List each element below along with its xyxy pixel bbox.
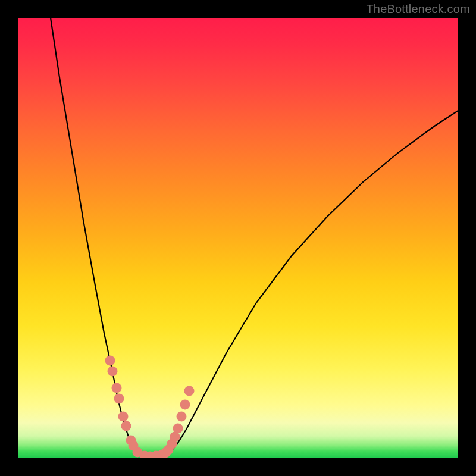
plot-area	[18, 18, 458, 458]
data-point	[173, 424, 183, 434]
data-point	[177, 412, 187, 422]
data-point	[184, 386, 195, 396]
watermark-text: TheBottleneck.com	[366, 2, 470, 16]
data-point	[180, 400, 190, 410]
outer-frame: TheBottleneck.com	[0, 0, 476, 476]
curve-group	[51, 18, 458, 457]
bottleneck-curve	[51, 18, 458, 457]
dots-group	[105, 356, 195, 459]
data-point	[105, 356, 115, 366]
data-point	[121, 421, 131, 431]
data-point	[114, 394, 124, 404]
chart-svg	[18, 18, 458, 458]
data-point	[118, 412, 129, 422]
data-point	[112, 383, 122, 393]
data-point	[108, 367, 118, 377]
